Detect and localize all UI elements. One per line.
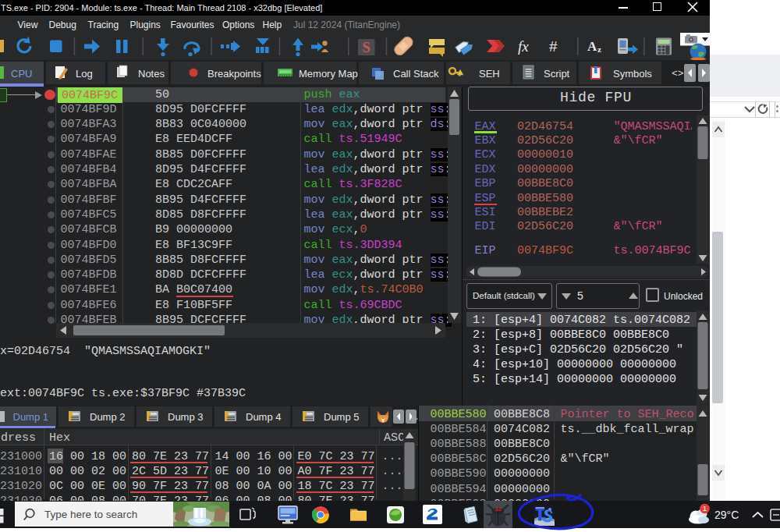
svg-text:1: 1 (703, 504, 707, 512)
svg-text:32: 32 (495, 505, 501, 512)
svg-text:fx: fx (518, 38, 529, 55)
svg-text:z: z (597, 44, 601, 54)
svg-text:S: S (362, 39, 370, 55)
svg-text:<>: <> (672, 68, 684, 80)
svg-text:#: # (549, 38, 558, 55)
svg-text:A: A (587, 39, 597, 54)
